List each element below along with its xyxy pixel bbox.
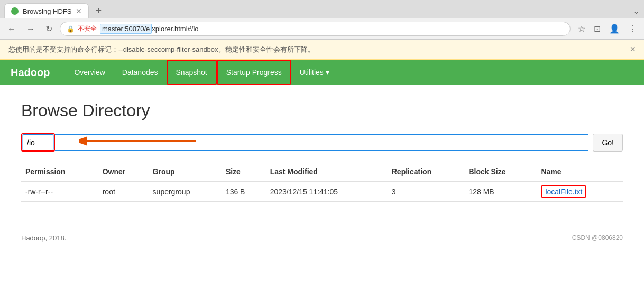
tab-bar: Browsing HDFS ✕ + ⌄: [0, 0, 644, 18]
cell-owner: root: [98, 182, 149, 202]
footer-copyright: Hadoop, 2018.: [21, 234, 66, 242]
nav-item-snapshot[interactable]: Snapshot: [167, 60, 217, 85]
path-row: Go!: [21, 133, 623, 152]
path-input-extension[interactable]: [55, 134, 588, 151]
col-permission: Permission: [21, 162, 98, 182]
nav-items: Overview Datanodes Snapshot Startup Prog…: [66, 60, 337, 85]
reload-button[interactable]: ↻: [42, 22, 56, 36]
hadoop-navbar: Hadoop Overview Datanodes Snapshot Start…: [0, 60, 644, 85]
nav-item-datanodes[interactable]: Datanodes: [114, 60, 167, 85]
lock-icon: 🔒: [67, 25, 75, 33]
tab-close-button[interactable]: ✕: [76, 7, 82, 15]
path-input-highlight: [21, 133, 55, 152]
table-body: -rw-r--r-- root supergroup 136 B 2023/12…: [21, 182, 623, 202]
cell-block-size: 128 MB: [464, 182, 537, 202]
address-bar: ← → ↻ 🔒 不安全 master:50070/explorer.html#/…: [0, 18, 644, 39]
col-owner: Owner: [98, 162, 149, 182]
hadoop-brand: Hadoop: [11, 60, 60, 85]
cell-name: localFile.txt: [537, 182, 623, 202]
warning-text: 您使用的是不受支持的命令行标记：--disable-seccomp-filter…: [8, 45, 315, 54]
address-highlighted: master:50070/e: [100, 24, 152, 34]
col-name: Name: [537, 162, 623, 182]
cell-group: supergroup: [149, 182, 222, 202]
address-text: master:50070/explorer.html#/io: [100, 25, 564, 33]
main-content: Browse Directory Go! Permission Owner Gr…: [0, 85, 644, 212]
table-header-row: Permission Owner Group Size Last Modifie…: [21, 162, 623, 182]
col-block-size: Block Size: [464, 162, 537, 182]
menu-button[interactable]: ⋮: [625, 22, 640, 36]
col-replication: Replication: [388, 162, 465, 182]
col-size: Size: [222, 162, 266, 182]
new-tab-button[interactable]: +: [91, 5, 106, 17]
cell-permission: -rw-r--r--: [21, 182, 98, 202]
tab-title: Browsing HDFS: [23, 7, 71, 15]
page-title: Browse Directory: [21, 101, 623, 120]
toolbar-icons: ☆ ⊡ 👤 ⋮: [575, 22, 640, 36]
footer-watermark: CSDN @0806820: [572, 234, 623, 242]
footer: Hadoop, 2018. CSDN @0806820: [0, 223, 644, 252]
path-input[interactable]: [22, 134, 54, 150]
profile-button[interactable]: 👤: [606, 22, 623, 36]
browser-chrome: Browsing HDFS ✕ + ⌄ ← → ↻ 🔒 不安全 master:5…: [0, 0, 644, 40]
warning-banner: 您使用的是不受支持的命令行标记：--disable-seccomp-filter…: [0, 40, 644, 60]
cell-last-modified: 2023/12/15 11:41:05: [266, 182, 388, 202]
browse-table: Permission Owner Group Size Last Modifie…: [21, 162, 623, 202]
go-button[interactable]: Go!: [593, 134, 623, 152]
forward-button[interactable]: →: [23, 22, 38, 36]
file-link[interactable]: localFile.txt: [541, 185, 586, 198]
zoom-button[interactable]: ⊡: [591, 22, 604, 36]
not-secure-label: 不安全: [78, 24, 97, 33]
tab-overflow-button[interactable]: ⌄: [633, 6, 644, 16]
cell-replication: 3: [388, 182, 465, 202]
tab-favicon: [11, 7, 19, 15]
back-button[interactable]: ←: [4, 22, 19, 36]
nav-item-startup-progress[interactable]: Startup Progress: [217, 60, 291, 85]
active-tab[interactable]: Browsing HDFS ✕: [4, 3, 89, 18]
nav-item-utilities[interactable]: Utilities ▾: [291, 60, 338, 85]
warning-close-button[interactable]: ×: [630, 44, 636, 55]
table-header: Permission Owner Group Size Last Modifie…: [21, 162, 623, 182]
bookmark-button[interactable]: ☆: [575, 22, 588, 36]
cell-size: 136 B: [222, 182, 266, 202]
col-group: Group: [149, 162, 222, 182]
address-input-wrap[interactable]: 🔒 不安全 master:50070/explorer.html#/io: [60, 22, 571, 36]
nav-item-overview[interactable]: Overview: [66, 60, 113, 85]
col-last-modified: Last Modified: [266, 162, 388, 182]
table-row: -rw-r--r-- root supergroup 136 B 2023/12…: [21, 182, 623, 202]
